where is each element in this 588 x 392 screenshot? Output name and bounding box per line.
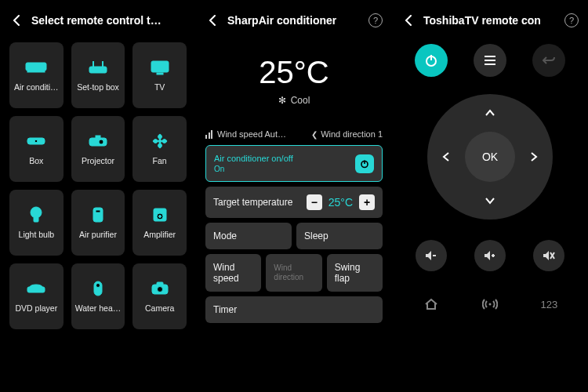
svg-rect-6 (157, 73, 163, 74)
timer-button[interactable]: Timer (205, 296, 383, 323)
mode-button[interactable]: Mode (205, 223, 292, 249)
tile-air-purifier[interactable]: Air purifier (71, 190, 125, 256)
projector-icon (87, 132, 109, 150)
signal-bars-icon (205, 130, 212, 139)
power-button[interactable] (415, 44, 448, 77)
return-button[interactable] (532, 44, 565, 77)
svg-point-39 (488, 303, 491, 306)
tile-air-conditioner[interactable]: Air conditi… (9, 42, 64, 108)
tile-label: TV (151, 82, 168, 92)
tile-label: DVD player (12, 303, 60, 313)
tv-remote-panel: ToshibaTV remote con ? OK (392, 0, 588, 392)
dpad: OK (427, 94, 553, 220)
wind-direction-text: Wind direction 1 (321, 129, 383, 139)
tile-set-top-box[interactable]: Set-top box (71, 42, 125, 108)
camera-icon (149, 280, 171, 297)
tile-amplifier[interactable]: Amplifier (132, 190, 187, 256)
controls-list: Air conditioner on/off On Target tempera… (205, 145, 383, 323)
temperature-display: 25°C (205, 55, 383, 90)
svg-rect-2 (89, 67, 107, 73)
tile-dvd-player[interactable]: DVD player (9, 263, 64, 329)
sleep-button[interactable]: Sleep (296, 223, 383, 249)
tile-label: Amplifier (140, 230, 179, 239)
tile-label: Air purifier (76, 230, 120, 239)
panel3-header: ToshibaTV remote con ? (401, 8, 579, 33)
dpad-down[interactable] (481, 191, 499, 210)
wind-speed-button[interactable]: Wind speed (205, 254, 261, 292)
temp-value: 25°C (328, 196, 353, 209)
tile-label: Air conditi… (11, 82, 62, 92)
wind-speed-button-label: Wind speed (213, 262, 253, 284)
temp-stepper: − 25°C + (307, 194, 375, 210)
water-heater-icon (87, 280, 109, 297)
tile-camera[interactable]: Camera (132, 263, 187, 329)
mode-row: ✻ Cool (205, 95, 383, 106)
svg-rect-1 (27, 71, 45, 72)
sleep-button-label: Sleep (304, 230, 328, 241)
wind-direction-button[interactable]: Wind direction (266, 254, 321, 292)
panel1-title: Select remote control t… (31, 14, 187, 27)
menu-button[interactable] (474, 44, 506, 77)
numpad-button[interactable]: 123 (533, 289, 564, 320)
tile-projector[interactable]: Projector (71, 116, 125, 182)
swing-flap-button[interactable]: Swing flap (327, 254, 383, 292)
help-icon[interactable]: ? (564, 13, 579, 27)
help-icon[interactable]: ? (368, 13, 383, 27)
tile-label: Fan (150, 156, 170, 165)
air-conditioner-icon (25, 59, 47, 76)
mute-button[interactable] (533, 240, 564, 271)
numpad-label: 123 (540, 299, 557, 310)
tile-box[interactable]: Box (9, 116, 64, 182)
svg-point-10 (99, 140, 103, 144)
svg-rect-9 (89, 138, 107, 146)
tile-label: Projector (78, 156, 118, 165)
back-button[interactable] (205, 13, 220, 27)
tv-icon (149, 59, 171, 76)
mode-label: Cool (291, 95, 310, 106)
tile-fan[interactable]: Fan (132, 116, 187, 182)
status-chips: Wind speed Aut… ❮ Wind direction 1 (205, 129, 383, 139)
svg-point-21 (30, 285, 42, 289)
onoff-label: Air conditioner on/off (214, 154, 293, 163)
svg-rect-11 (96, 136, 100, 138)
dpad-right[interactable] (524, 147, 543, 166)
svg-point-13 (31, 207, 42, 218)
volume-down-button[interactable] (416, 240, 447, 271)
bottom-row: 123 (401, 289, 579, 320)
power-toggle[interactable] (355, 154, 374, 173)
dpad-up[interactable] (481, 103, 499, 122)
tile-label: Set-top box (74, 82, 122, 92)
signal-button[interactable] (474, 289, 506, 320)
dvd-icon (25, 280, 47, 297)
temp-minus-button[interactable]: − (307, 194, 322, 210)
select-device-panel: Select remote control t… Air conditi… Se… (0, 0, 196, 392)
home-button[interactable] (416, 289, 447, 320)
back-button[interactable] (401, 13, 416, 27)
tile-label: Light bulb (16, 230, 58, 239)
tile-water-heater[interactable]: Water hea… (71, 263, 125, 329)
ac-remote-panel: SharpAir conditioner ? 25°C ✻ Cool Wind … (196, 0, 392, 392)
panel1-header: Select remote control t… (9, 8, 187, 33)
fan-icon (149, 132, 171, 150)
svg-rect-16 (96, 210, 100, 212)
amplifier-icon (149, 206, 171, 223)
temp-plus-button[interactable]: + (359, 194, 375, 210)
tile-light-bulb[interactable]: Light bulb (9, 190, 64, 256)
back-button[interactable] (9, 13, 24, 27)
volume-up-button[interactable] (474, 240, 506, 271)
svg-point-19 (158, 216, 161, 218)
swing-button-label: Swing flap (335, 262, 375, 284)
timer-button-label: Timer (213, 304, 237, 315)
ok-label: OK (482, 151, 498, 163)
air-purifier-icon (87, 206, 109, 223)
dpad-left[interactable] (437, 147, 456, 166)
router-icon (87, 59, 109, 76)
ok-button[interactable]: OK (465, 132, 515, 182)
wind-speed-text: Wind speed Aut… (217, 129, 286, 139)
svg-point-8 (35, 140, 38, 143)
tile-tv[interactable]: TV (132, 42, 187, 108)
svg-point-26 (157, 287, 162, 292)
ac-onoff-card: Air conditioner on/off On (205, 145, 383, 182)
target-temp-card: Target temperature − 25°C + (205, 187, 383, 218)
snowflake-icon: ✻ (278, 95, 286, 106)
